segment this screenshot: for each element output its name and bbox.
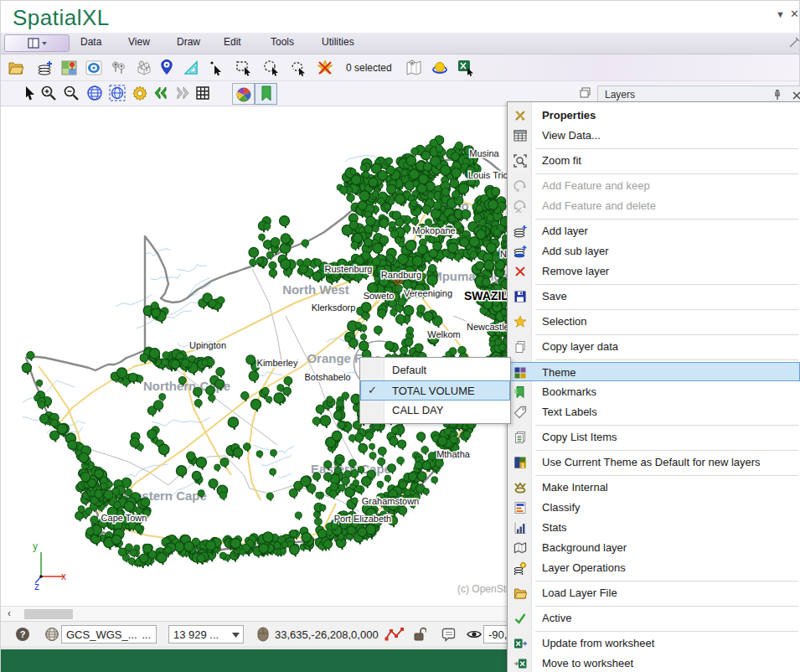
map-sheet-icon[interactable]	[405, 59, 422, 76]
clear-selection-icon[interactable]	[317, 59, 333, 76]
measure-route-icon[interactable]	[385, 627, 405, 642]
app-menu-button[interactable]	[4, 34, 70, 52]
app-title: SpatialXL	[13, 5, 110, 31]
menu-item-stats[interactable]: Stats	[508, 518, 800, 538]
menu-item-move-to-worksheet[interactable]: Move to worksheet	[508, 654, 800, 672]
next-icon[interactable]	[174, 85, 191, 101]
projection-globe-icon[interactable]	[44, 627, 59, 642]
menu-item-bookmarks[interactable]: Bookmarks	[508, 382, 800, 402]
menu-item-update-from-worksheet[interactable]: Update from worksheet	[508, 633, 800, 654]
scroll-left-icon[interactable]: ‹	[8, 607, 11, 619]
dropdown-arrow-icon[interactable]	[232, 633, 240, 638]
ribbon-tab-utilities[interactable]: Utilities	[322, 36, 354, 48]
gear-icon[interactable]	[132, 85, 148, 101]
menu-separator	[535, 148, 798, 149]
submenu-item-total-volume[interactable]: ✓TOTAL VOLUME	[360, 380, 510, 401]
add-layer-icon[interactable]	[37, 59, 54, 76]
menu-item-view-data[interactable]: View Data...	[508, 126, 800, 146]
pins-cube-icon[interactable]	[136, 59, 152, 76]
theme-palette-icon	[235, 86, 252, 103]
previous-icon[interactable]	[152, 85, 169, 101]
location-pin-icon[interactable]	[158, 59, 175, 75]
menu-item-layer-operations[interactable]: Layer Operations	[508, 558, 800, 578]
menu-item-add-layer[interactable]: Add layer	[508, 221, 800, 241]
menu-item-add-sub-layer[interactable]: Add sub layer	[508, 241, 800, 261]
scrollbar-thumb[interactable]	[24, 609, 73, 619]
zoom-in-icon[interactable]	[40, 85, 57, 101]
set-square-icon[interactable]	[183, 59, 199, 76]
menu-item-label: Move to worksheet	[542, 657, 633, 669]
menu-item-copy-list-items[interactable]: Copy List Items	[508, 427, 800, 447]
excel-select-icon[interactable]	[457, 59, 474, 76]
crs-field[interactable]: GCS_WGS_... ...	[61, 625, 157, 644]
titlebar-menu-icon[interactable]: ▼	[776, 9, 785, 19]
ribbon-tab-draw[interactable]: Draw	[177, 36, 200, 48]
submenu-item-label: Default	[392, 364, 426, 376]
globe-icon[interactable]	[86, 85, 103, 101]
menu-separator	[535, 173, 798, 174]
svg-text:?: ?	[20, 629, 26, 639]
bookmark-icon	[514, 385, 527, 399]
ribbon-tab-data[interactable]: Data	[80, 36, 101, 48]
svg-text:1: 1	[521, 462, 524, 469]
menu-item-make-internal[interactable]: Make Internal	[508, 478, 800, 498]
menu-item-copy-layer-data[interactable]: Copy layer data	[508, 337, 800, 357]
menu-item-label: Text Labels	[542, 406, 597, 418]
pins-group-icon[interactable]	[111, 59, 127, 76]
check-icon	[514, 612, 527, 625]
bing-maps-icon[interactable]	[85, 59, 102, 76]
globe-select-icon[interactable]	[109, 85, 126, 101]
lock-icon[interactable]	[413, 627, 426, 642]
close-panel-icon[interactable]	[791, 90, 800, 101]
zoom-out-icon[interactable]	[63, 85, 80, 101]
menu-item-properties[interactable]: Properties	[508, 106, 800, 126]
visibility-icon[interactable]	[467, 627, 482, 642]
map-image-icon[interactable]	[61, 59, 78, 76]
circle-select-icon[interactable]	[263, 59, 280, 76]
scale-combo[interactable]: 13 929 ...	[168, 625, 244, 644]
select-feature-icon[interactable]	[208, 59, 225, 76]
menu-item-use-current-theme-as-default-for-new-layers[interactable]: 1Use Current Theme as Default for new la…	[508, 452, 800, 473]
crs-browse-button[interactable]: ...	[142, 628, 151, 641]
menu-item-add-feature-and-delete: Add Feature and delete	[508, 196, 800, 216]
menu-item-active[interactable]: Active	[508, 608, 800, 628]
submenu-item-default[interactable]: Default	[361, 360, 509, 380]
layerops-icon	[514, 561, 527, 575]
ribbon-tab-view[interactable]: View	[128, 36, 150, 48]
menu-item-save[interactable]: Save	[508, 287, 800, 307]
submenu-item-call-day[interactable]: CALL DAY	[361, 401, 509, 421]
ribbon-tab-edit[interactable]: Edit	[224, 36, 241, 48]
menu-item-background-layer[interactable]: Background layer	[508, 538, 800, 558]
comment-icon[interactable]	[441, 627, 456, 642]
menu-item-zoom-fit[interactable]: Zoom fit	[508, 151, 800, 171]
restore-view-icon[interactable]	[578, 85, 593, 101]
menu-item-classify[interactable]: Classify	[508, 498, 800, 518]
pointer-icon[interactable]	[21, 85, 38, 101]
addsub-icon	[514, 245, 527, 258]
menu-item-selection[interactable]: Selection	[508, 312, 800, 332]
menu-item-label: Add sub layer	[542, 245, 609, 257]
menu-item-label: Properties	[542, 109, 596, 121]
city-label: Mthatha	[436, 449, 471, 459]
province-label: North West	[282, 282, 349, 297]
rectangle-select-icon[interactable]	[235, 59, 252, 76]
table-icon	[514, 129, 527, 142]
internal-icon	[514, 481, 527, 494]
sun-globe-icon[interactable]	[431, 59, 448, 76]
help-icon[interactable]: ?	[15, 627, 30, 642]
menu-item-text-labels[interactable]: Text Labels	[508, 402, 800, 422]
pin-icon[interactable]	[771, 90, 782, 101]
close-icon[interactable]: ✕	[790, 8, 799, 20]
menu-item-remove-layer[interactable]: Remove layer	[508, 261, 800, 282]
theme-toggle-button[interactable]	[232, 83, 255, 105]
open-folder-icon[interactable]	[8, 59, 24, 76]
bookmark-toggle-button[interactable]	[255, 83, 277, 105]
menu-item-load-layer-file[interactable]: Load Layer File	[508, 583, 800, 603]
menu-item-label: Add layer	[542, 225, 588, 237]
ribbon-tab-tools[interactable]: Tools	[271, 36, 294, 48]
customize-icon[interactable]	[788, 37, 800, 49]
menu-item-theme[interactable]: Theme	[508, 362, 800, 381]
lasso-select-icon[interactable]	[290, 59, 307, 76]
grid-icon[interactable]	[194, 85, 211, 101]
menu-separator	[535, 581, 798, 582]
